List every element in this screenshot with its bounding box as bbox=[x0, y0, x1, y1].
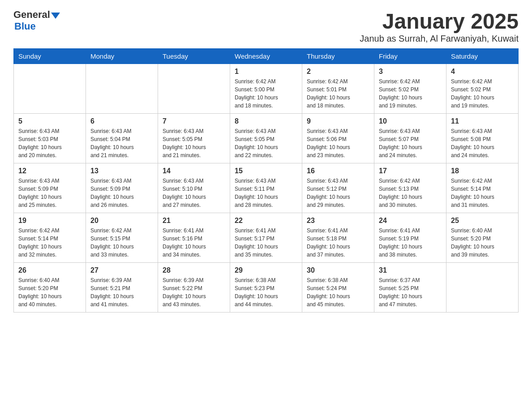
calendar-cell: 9Sunrise: 6:43 AM Sunset: 5:06 PM Daylig… bbox=[302, 114, 374, 163]
calendar-header-row: SundayMondayTuesdayWednesdayThursdayFrid… bbox=[14, 49, 519, 64]
calendar-cell bbox=[446, 263, 519, 313]
day-info: Sunrise: 6:41 AM Sunset: 5:16 PM Dayligh… bbox=[163, 227, 225, 259]
day-number: 7 bbox=[163, 117, 225, 125]
calendar-cell: 21Sunrise: 6:41 AM Sunset: 5:16 PM Dayli… bbox=[158, 213, 230, 263]
day-number: 18 bbox=[451, 167, 514, 175]
calendar-day-header: Friday bbox=[374, 49, 446, 64]
calendar-cell: 19Sunrise: 6:42 AM Sunset: 5:14 PM Dayli… bbox=[14, 213, 86, 263]
calendar-cell: 1Sunrise: 6:42 AM Sunset: 5:00 PM Daylig… bbox=[230, 64, 302, 114]
calendar-week-row: 12Sunrise: 6:43 AM Sunset: 5:09 PM Dayli… bbox=[14, 163, 519, 213]
day-info: Sunrise: 6:43 AM Sunset: 5:10 PM Dayligh… bbox=[163, 177, 225, 209]
calendar-day-header: Sunday bbox=[14, 49, 86, 64]
day-info: Sunrise: 6:38 AM Sunset: 5:23 PM Dayligh… bbox=[235, 276, 297, 308]
page-header: General Blue January 2025 Janub as Surra… bbox=[13, 9, 519, 44]
day-info: Sunrise: 6:42 AM Sunset: 5:14 PM Dayligh… bbox=[451, 177, 514, 209]
calendar-cell: 7Sunrise: 6:43 AM Sunset: 5:05 PM Daylig… bbox=[158, 114, 230, 163]
calendar-cell: 2Sunrise: 6:42 AM Sunset: 5:01 PM Daylig… bbox=[302, 64, 374, 114]
logo-blue-text: Blue bbox=[14, 21, 36, 32]
day-number: 2 bbox=[307, 68, 369, 76]
calendar-cell: 22Sunrise: 6:41 AM Sunset: 5:17 PM Dayli… bbox=[230, 213, 302, 263]
day-number: 22 bbox=[235, 217, 297, 225]
calendar-cell: 4Sunrise: 6:42 AM Sunset: 5:02 PM Daylig… bbox=[446, 64, 519, 114]
logo-triangle-icon bbox=[51, 13, 60, 19]
day-info: Sunrise: 6:43 AM Sunset: 5:09 PM Dayligh… bbox=[90, 177, 153, 209]
calendar-day-header: Wednesday bbox=[230, 49, 302, 64]
month-year-title: January 2025 bbox=[360, 9, 519, 34]
calendar-week-row: 1Sunrise: 6:42 AM Sunset: 5:00 PM Daylig… bbox=[14, 64, 519, 114]
day-number: 27 bbox=[90, 266, 153, 274]
calendar-cell: 28Sunrise: 6:39 AM Sunset: 5:22 PM Dayli… bbox=[158, 263, 230, 313]
calendar-cell: 8Sunrise: 6:43 AM Sunset: 5:05 PM Daylig… bbox=[230, 114, 302, 163]
calendar-week-row: 26Sunrise: 6:40 AM Sunset: 5:20 PM Dayli… bbox=[14, 263, 519, 313]
day-number: 24 bbox=[379, 217, 442, 225]
day-info: Sunrise: 6:42 AM Sunset: 5:01 PM Dayligh… bbox=[307, 77, 369, 110]
day-info: Sunrise: 6:43 AM Sunset: 5:05 PM Dayligh… bbox=[235, 127, 297, 159]
day-info: Sunrise: 6:39 AM Sunset: 5:22 PM Dayligh… bbox=[163, 276, 225, 308]
calendar-cell: 3Sunrise: 6:42 AM Sunset: 5:02 PM Daylig… bbox=[374, 64, 446, 114]
day-info: Sunrise: 6:43 AM Sunset: 5:11 PM Dayligh… bbox=[235, 177, 297, 209]
day-number: 25 bbox=[451, 217, 514, 225]
day-number: 1 bbox=[235, 68, 297, 76]
calendar-day-header: Tuesday bbox=[158, 49, 230, 64]
day-number: 31 bbox=[379, 266, 442, 274]
calendar-day-header: Thursday bbox=[302, 49, 374, 64]
day-number: 15 bbox=[235, 167, 297, 175]
day-info: Sunrise: 6:41 AM Sunset: 5:17 PM Dayligh… bbox=[235, 227, 297, 259]
day-number: 20 bbox=[90, 217, 153, 225]
calendar-cell: 23Sunrise: 6:41 AM Sunset: 5:18 PM Dayli… bbox=[302, 213, 374, 263]
day-info: Sunrise: 6:41 AM Sunset: 5:19 PM Dayligh… bbox=[379, 227, 442, 259]
day-number: 16 bbox=[307, 167, 369, 175]
calendar-cell: 12Sunrise: 6:43 AM Sunset: 5:09 PM Dayli… bbox=[14, 163, 86, 213]
day-info: Sunrise: 6:43 AM Sunset: 5:06 PM Dayligh… bbox=[307, 127, 369, 159]
day-info: Sunrise: 6:42 AM Sunset: 5:15 PM Dayligh… bbox=[90, 227, 153, 259]
calendar-cell: 6Sunrise: 6:43 AM Sunset: 5:04 PM Daylig… bbox=[86, 114, 158, 163]
day-number: 23 bbox=[307, 217, 369, 225]
day-number: 12 bbox=[18, 167, 81, 175]
day-info: Sunrise: 6:42 AM Sunset: 5:14 PM Dayligh… bbox=[18, 227, 81, 259]
calendar-cell: 5Sunrise: 6:43 AM Sunset: 5:03 PM Daylig… bbox=[14, 114, 86, 163]
day-number: 9 bbox=[307, 117, 369, 125]
day-info: Sunrise: 6:42 AM Sunset: 5:02 PM Dayligh… bbox=[451, 77, 514, 110]
day-number: 3 bbox=[379, 68, 442, 76]
calendar-cell: 25Sunrise: 6:40 AM Sunset: 5:20 PM Dayli… bbox=[446, 213, 519, 263]
day-number: 11 bbox=[451, 117, 514, 125]
day-number: 14 bbox=[163, 167, 225, 175]
calendar-cell: 20Sunrise: 6:42 AM Sunset: 5:15 PM Dayli… bbox=[86, 213, 158, 263]
calendar-cell: 15Sunrise: 6:43 AM Sunset: 5:11 PM Dayli… bbox=[230, 163, 302, 213]
day-info: Sunrise: 6:43 AM Sunset: 5:03 PM Dayligh… bbox=[18, 127, 81, 159]
title-section: January 2025 Janub as Surrah, Al Farwani… bbox=[360, 9, 519, 44]
day-number: 21 bbox=[163, 217, 225, 225]
day-info: Sunrise: 6:43 AM Sunset: 5:07 PM Dayligh… bbox=[379, 127, 442, 159]
calendar-cell: 17Sunrise: 6:42 AM Sunset: 5:13 PM Dayli… bbox=[374, 163, 446, 213]
day-info: Sunrise: 6:40 AM Sunset: 5:20 PM Dayligh… bbox=[18, 276, 81, 308]
day-number: 8 bbox=[235, 117, 297, 125]
day-number: 29 bbox=[235, 266, 297, 274]
day-info: Sunrise: 6:38 AM Sunset: 5:24 PM Dayligh… bbox=[307, 276, 369, 308]
calendar-cell: 16Sunrise: 6:43 AM Sunset: 5:12 PM Dayli… bbox=[302, 163, 374, 213]
day-number: 4 bbox=[451, 68, 514, 76]
day-number: 26 bbox=[18, 266, 81, 274]
day-number: 19 bbox=[18, 217, 81, 225]
calendar-table: SundayMondayTuesdayWednesdayThursdayFrid… bbox=[13, 48, 519, 313]
day-number: 5 bbox=[18, 117, 81, 125]
calendar-cell: 24Sunrise: 6:41 AM Sunset: 5:19 PM Dayli… bbox=[374, 213, 446, 263]
day-info: Sunrise: 6:43 AM Sunset: 5:08 PM Dayligh… bbox=[451, 127, 514, 159]
day-info: Sunrise: 6:43 AM Sunset: 5:12 PM Dayligh… bbox=[307, 177, 369, 209]
day-number: 6 bbox=[90, 117, 153, 125]
logo-general-text: General bbox=[13, 9, 50, 21]
day-info: Sunrise: 6:42 AM Sunset: 5:13 PM Dayligh… bbox=[379, 177, 442, 209]
day-number: 13 bbox=[90, 167, 153, 175]
calendar-cell bbox=[14, 64, 86, 114]
day-info: Sunrise: 6:42 AM Sunset: 5:00 PM Dayligh… bbox=[235, 77, 297, 110]
calendar-week-row: 19Sunrise: 6:42 AM Sunset: 5:14 PM Dayli… bbox=[14, 213, 519, 263]
calendar-cell: 13Sunrise: 6:43 AM Sunset: 5:09 PM Dayli… bbox=[86, 163, 158, 213]
calendar-cell: 27Sunrise: 6:39 AM Sunset: 5:21 PM Dayli… bbox=[86, 263, 158, 313]
day-info: Sunrise: 6:42 AM Sunset: 5:02 PM Dayligh… bbox=[379, 77, 442, 110]
day-number: 17 bbox=[379, 167, 442, 175]
day-number: 30 bbox=[307, 266, 369, 274]
calendar-cell: 18Sunrise: 6:42 AM Sunset: 5:14 PM Dayli… bbox=[446, 163, 519, 213]
calendar-day-header: Saturday bbox=[446, 49, 519, 64]
day-info: Sunrise: 6:41 AM Sunset: 5:18 PM Dayligh… bbox=[307, 227, 369, 259]
calendar-cell: 10Sunrise: 6:43 AM Sunset: 5:07 PM Dayli… bbox=[374, 114, 446, 163]
calendar-cell bbox=[86, 64, 158, 114]
